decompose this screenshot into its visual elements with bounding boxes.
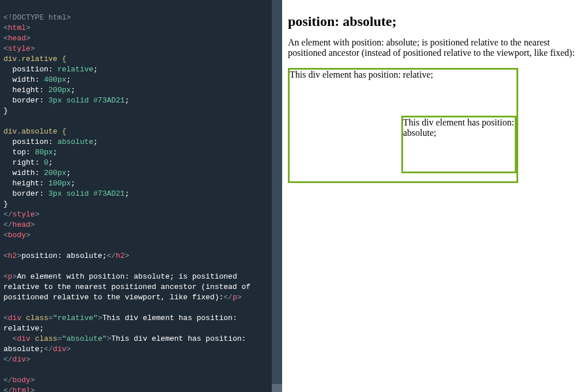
tag-style: style xyxy=(8,44,31,53)
tag-html: html xyxy=(8,24,26,32)
relative-box-text: This div element has position: relative; xyxy=(290,70,433,79)
tag-head: head xyxy=(8,34,26,43)
absolute-box-text: This div element has position: absolute; xyxy=(403,117,514,138)
preview-paragraph: An element with position: absolute; is p… xyxy=(288,37,579,59)
css-selector: div.absolute { xyxy=(3,127,66,136)
preview-heading: position: absolute; xyxy=(288,14,579,29)
preview-pane: position: absolute; An element with posi… xyxy=(282,0,585,392)
editor-scrollbar[interactable] xyxy=(272,0,282,392)
code-line: < xyxy=(3,24,8,32)
css-selector: div.relative { xyxy=(3,55,66,63)
absolute-box: This div element has position: absolute; xyxy=(401,116,516,173)
code-line: <!DOCTYPE html> xyxy=(3,13,71,22)
code-editor-pane[interactable]: <!DOCTYPE html> <html> <head> <style> di… xyxy=(0,0,282,392)
tag-body: body xyxy=(8,231,26,239)
relative-box: This div element has position: relative;… xyxy=(288,68,518,183)
